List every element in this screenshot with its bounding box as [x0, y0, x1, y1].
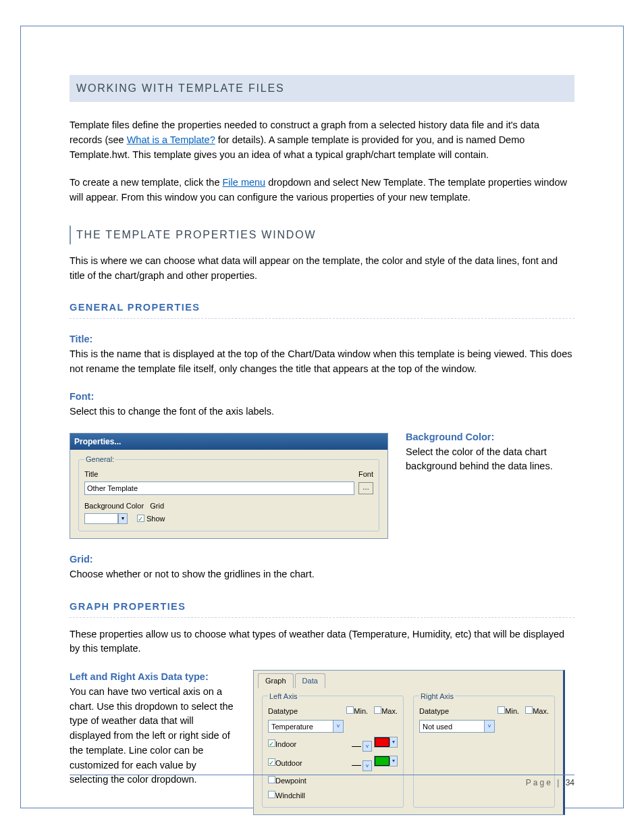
fieldset-right-axis: Right Axis Datatype Min. Max. Not usedv — [413, 691, 555, 808]
para-graph: These properties allow us to choose what… — [70, 627, 574, 657]
left-windchill-checkbox[interactable]: Windchill — [268, 790, 305, 802]
fieldset-general-legend: General: — [84, 454, 115, 465]
link-file-menu[interactable]: File menu — [222, 177, 265, 188]
heading-template-properties: THE TEMPLATE PROPERTIES WINDOW — [70, 226, 574, 244]
dialog-title-label: Title — [84, 469, 98, 480]
para-font: Select this to change the font of the ax… — [70, 405, 574, 419]
para-working-1: Template files define the properties nee… — [70, 118, 574, 162]
left-max-checkbox[interactable]: Max. — [374, 707, 398, 715]
outdoor-color-dropdown[interactable]: ▾ — [374, 756, 398, 766]
link-what-is-template[interactable]: What is a Template? — [127, 134, 215, 145]
heading-working: WORKING WITH TEMPLATE FILES — [70, 75, 574, 102]
para-grid: Choose whether or not to show the gridli… — [70, 567, 574, 582]
label-background-color: Background Color: — [406, 430, 574, 445]
properties-dialog: Properties... General: Title Font … — [70, 433, 388, 540]
fieldset-left-axis: Left Axis Datatype Min. Max. Temperature… — [262, 691, 404, 808]
para-axis: You can have two vertical axis on a char… — [70, 685, 236, 787]
right-datatype-dropdown[interactable]: Not usedv — [419, 720, 495, 733]
bgcolor-swatch[interactable] — [84, 513, 118, 524]
tab-data[interactable]: Data — [295, 673, 325, 688]
right-axis-legend: Right Axis — [419, 691, 455, 702]
right-max-checkbox[interactable]: Max. — [525, 707, 549, 715]
left-axis-legend: Left Axis — [268, 691, 299, 702]
left-datatype-dropdown[interactable]: Temperaturev — [268, 720, 344, 733]
dialog-titlebar: Properties... — [70, 434, 387, 450]
footer-page: Page | 34 — [526, 777, 574, 789]
para-title: This is the name that is displayed at th… — [70, 347, 574, 377]
label-font: Font: — [70, 390, 574, 405]
font-browse-button[interactable]: … — [358, 482, 373, 494]
title-input[interactable] — [84, 481, 354, 495]
heading-general-properties: GENERAL PROPERTIES — [70, 301, 574, 319]
outdoor-linestyle-dropdown[interactable]: v — [350, 760, 372, 771]
indoor-linestyle-dropdown[interactable]: v — [350, 741, 372, 752]
right-min-checkbox[interactable]: Min. — [498, 707, 519, 715]
dialog-grid-label: Grid — [150, 502, 164, 510]
tab-graph[interactable]: Graph — [258, 673, 294, 688]
label-axis-datatype: Left and Right Axis Data type: — [70, 670, 236, 685]
label-grid: Grid: — [70, 552, 574, 567]
heading-graph-properties: GRAPH PROPERTIES — [70, 600, 574, 618]
graph-data-panel: Graph Data Left Axis Datatype Min. Max. — [253, 670, 565, 815]
left-min-checkbox[interactable]: Min. — [346, 707, 368, 715]
label-title: Title: — [70, 332, 574, 347]
para-tpw: This is where we can choose what data wi… — [70, 254, 574, 284]
right-datatype-label: Datatype — [419, 706, 449, 717]
grid-show-checkbox[interactable]: Show — [137, 513, 165, 525]
indoor-color-dropdown[interactable]: ▾ — [374, 737, 398, 748]
checkbox-icon — [137, 515, 144, 522]
bgcolor-dropdown-button[interactable]: ▾ — [118, 513, 128, 524]
chevron-down-icon: v — [484, 721, 494, 732]
para-bgcolor: Select the color of the data chart backg… — [406, 445, 574, 475]
footer-rule — [70, 775, 574, 775]
chevron-down-icon: v — [333, 721, 343, 732]
left-dewpoint-checkbox[interactable]: Dewpoint — [268, 775, 306, 787]
para-working-2: To create a new template, click the File… — [70, 176, 574, 205]
dialog-bgcolor-label: Background Color — [84, 502, 144, 510]
dialog-font-label: Font — [358, 469, 373, 480]
left-indoor-checkbox[interactable]: Indoor — [268, 739, 296, 750]
left-datatype-label: Datatype — [268, 706, 298, 717]
left-outdoor-checkbox[interactable]: Outdoor — [268, 758, 302, 769]
